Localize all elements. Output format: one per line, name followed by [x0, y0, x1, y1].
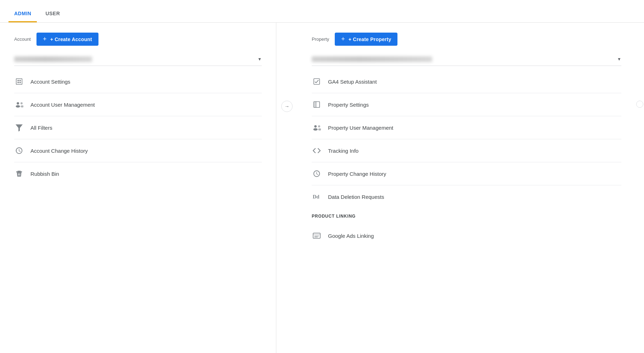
create-property-label: + Create Property — [348, 37, 391, 42]
users-icon-account — [14, 100, 24, 110]
account-section-header: Account + + Create Account — [14, 33, 262, 46]
property-dropdown-value — [312, 56, 432, 62]
trash-icon — [14, 169, 24, 179]
create-account-label: + Create Account — [50, 37, 92, 42]
datadel-icon: Dd — [312, 192, 322, 202]
layout-icon — [312, 100, 322, 110]
history-icon-property — [312, 169, 322, 179]
main-content: Account + + Create Account ▼ — [0, 23, 644, 353]
nav-item-all-filters[interactable]: All Filters — [14, 116, 262, 139]
svg-point-6 — [16, 105, 20, 108]
svg-text:Dd: Dd — [313, 194, 320, 200]
account-settings-label: Account Settings — [30, 79, 70, 85]
check-icon — [312, 77, 322, 86]
product-linking-subheader: PRODUCT LINKING — [312, 208, 621, 222]
svg-marker-9 — [16, 124, 23, 131]
building-icon — [14, 77, 24, 86]
users-icon-property — [312, 123, 322, 133]
svg-rect-13 — [19, 173, 20, 175]
svg-rect-0 — [16, 79, 22, 85]
ads-icon — [312, 231, 322, 241]
google-ads-linking-label: Google Ads Linking — [328, 233, 374, 239]
top-tabs-bar: ADMIN USER — [0, 0, 644, 23]
account-change-history-label: Account Change History — [30, 148, 88, 154]
svg-point-21 — [318, 128, 321, 130]
svg-point-7 — [21, 102, 23, 105]
nav-item-property-settings[interactable]: Property Settings — [312, 93, 621, 116]
scroll-indicator-icon — [636, 101, 643, 108]
account-user-management-label: Account User Management — [30, 102, 95, 108]
property-column-wrapper: Property + + Create Property ▼ — [298, 23, 644, 353]
property-dropdown-arrow-icon: ▼ — [617, 57, 621, 62]
svg-point-5 — [17, 102, 19, 105]
tab-admin[interactable]: ADMIN — [9, 11, 37, 22]
create-account-button[interactable]: + + Create Account — [36, 33, 98, 46]
account-section-label: Account — [14, 37, 31, 42]
divider-arrow-icon: → — [281, 101, 293, 112]
property-settings-label: Property Settings — [328, 102, 369, 108]
right-scroll-indicator — [635, 23, 644, 353]
svg-rect-23 — [313, 233, 320, 239]
all-filters-label: All Filters — [30, 125, 52, 131]
nav-item-google-ads-linking[interactable]: Google Ads Linking — [312, 224, 621, 247]
tracking-info-label: Tracking Info — [328, 148, 358, 154]
data-deletion-requests-label: Data Deletion Requests — [328, 194, 384, 200]
property-column: Property + + Create Property ▼ — [298, 23, 635, 353]
property-section-label: Property — [312, 37, 329, 42]
svg-point-18 — [314, 125, 317, 128]
svg-point-20 — [318, 125, 320, 128]
svg-rect-2 — [19, 80, 21, 81]
nav-item-account-change-history[interactable]: Account Change History — [14, 139, 262, 162]
create-property-plus-icon: + — [341, 35, 345, 43]
nav-item-tracking-info[interactable]: Tracking Info — [312, 139, 621, 162]
svg-rect-24 — [313, 234, 320, 235]
svg-point-8 — [21, 105, 23, 107]
ga4-setup-label: GA4 Setup Assistant — [328, 79, 377, 85]
property-user-management-label: Property User Management — [328, 125, 393, 131]
history-icon-account — [14, 146, 24, 156]
account-column: Account + + Create Account ▼ — [0, 23, 276, 353]
code-icon — [312, 146, 322, 156]
account-nav-list: Account Settings Account User Management — [14, 70, 262, 185]
svg-rect-12 — [18, 173, 19, 175]
property-change-history-label: Property Change History — [328, 171, 386, 177]
product-linking-nav-list: Google Ads Linking — [312, 224, 621, 247]
svg-rect-16 — [314, 102, 316, 108]
nav-item-property-change-history[interactable]: Property Change History — [312, 162, 621, 185]
nav-item-rubbish-bin[interactable]: Rubbish Bin — [14, 162, 262, 185]
tab-user[interactable]: USER — [40, 11, 66, 22]
nav-item-account-user-management[interactable]: Account User Management — [14, 93, 262, 116]
svg-rect-11 — [17, 171, 21, 172]
property-nav-list: GA4 Setup Assistant Property Settings — [312, 70, 621, 208]
property-section-header: Property + + Create Property — [312, 33, 621, 46]
svg-rect-14 — [314, 79, 320, 85]
nav-item-account-settings[interactable]: Account Settings — [14, 70, 262, 93]
svg-rect-3 — [17, 82, 19, 83]
account-dropdown-value — [14, 56, 92, 62]
svg-rect-1 — [17, 80, 19, 81]
svg-point-19 — [313, 128, 318, 131]
nav-item-property-user-management[interactable]: Property User Management — [312, 116, 621, 139]
column-divider: → — [276, 23, 298, 353]
rubbish-bin-label: Rubbish Bin — [30, 171, 59, 177]
account-dropdown-arrow-icon: ▼ — [258, 57, 262, 62]
nav-item-data-deletion-requests[interactable]: Dd Data Deletion Requests — [312, 185, 621, 208]
property-dropdown[interactable]: ▼ — [312, 53, 621, 66]
create-account-plus-icon: + — [43, 35, 47, 43]
filter-icon — [14, 123, 24, 133]
nav-item-ga4-setup[interactable]: GA4 Setup Assistant — [312, 70, 621, 93]
create-property-button[interactable]: + + Create Property — [335, 33, 397, 46]
svg-rect-4 — [19, 82, 21, 83]
account-dropdown[interactable]: ▼ — [14, 53, 262, 66]
